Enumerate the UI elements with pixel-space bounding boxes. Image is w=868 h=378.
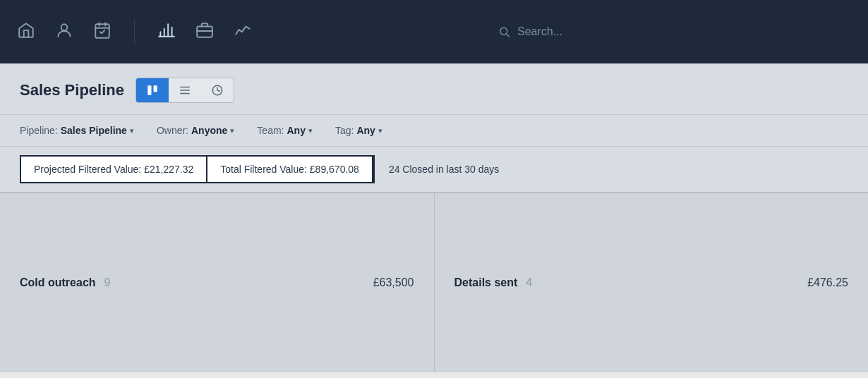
pipeline-filter-value: Sales Pipeline [61,125,127,136]
trend-icon[interactable] [234,21,252,42]
home-icon[interactable] [17,21,35,42]
svg-rect-1 [95,24,109,38]
tag-filter-value: Any [356,125,375,136]
projected-value-box: Projected Filtered Value: £21,227.32 [20,155,206,183]
person-icon[interactable] [55,21,73,42]
svg-rect-14 [147,85,151,95]
team-chevron-icon: ▾ [308,126,313,135]
view-toggle [135,78,234,103]
nav-divider [134,19,135,44]
pipeline-filter[interactable]: Pipeline: Sales Pipeline ▾ [20,125,134,136]
list-view-button[interactable] [169,78,201,102]
calendar-icon[interactable] [93,21,111,42]
search-input[interactable] [517,25,851,38]
search-bar [498,25,851,38]
details-sent-name: Details sent [454,276,518,289]
stats-bar: Projected Filtered Value: £21,227.32 Tot… [0,147,868,193]
page-title: Sales Pipeline [20,81,124,99]
search-icon [498,25,510,38]
cold-outreach-count: 9 [104,276,111,289]
briefcase-icon[interactable] [195,21,214,42]
svg-rect-10 [197,27,212,37]
closed-count-label: 24 Closed in last 30 days [375,157,513,182]
svg-point-12 [500,28,507,35]
svg-point-0 [61,24,68,30]
svg-rect-15 [153,85,157,92]
team-filter[interactable]: Team: Any ▾ [257,125,313,136]
nav-icon-group [17,19,252,44]
dashboard-icon [211,84,224,97]
sub-header: Sales Pipeline [0,63,868,115]
total-value-box: Total Filtered Value: £89,670.08 [206,155,373,183]
pipeline-column-cold-outreach: Cold outreach 9 £63,500 [0,193,435,372]
filter-bar: Pipeline: Sales Pipeline ▾ Owner: Anyone… [0,115,868,147]
total-value-label: Total Filtered Value: £89,670.08 [220,164,359,175]
team-filter-label: Team: [257,125,284,136]
cold-outreach-value: £63,500 [373,276,414,289]
cold-outreach-name: Cold outreach [20,276,96,289]
pipeline-board: Cold outreach 9 £63,500 Details sent 4 £… [0,193,868,372]
owner-filter-label: Owner: [157,125,188,136]
team-filter-value: Any [287,125,305,136]
tag-filter-label: Tag: [335,125,354,136]
projected-value-label: Projected Filtered Value: £21,227.32 [34,164,193,175]
pipeline-chevron-icon: ▾ [130,126,134,135]
owner-filter[interactable]: Owner: Anyone ▾ [157,125,234,136]
pipeline-column-details-sent: Details sent 4 £476.25 [435,193,869,372]
dashboard-view-button[interactable] [201,78,234,102]
top-navigation [0,0,868,63]
owner-filter-value: Anyone [191,125,227,136]
details-sent-value: £476.25 [807,276,848,289]
tag-filter[interactable]: Tag: Any ▾ [335,125,382,136]
tag-chevron-icon: ▾ [378,126,382,135]
pipeline-filter-label: Pipeline: [20,125,58,136]
kanban-view-button[interactable] [136,78,169,102]
chart-icon[interactable] [157,21,176,42]
kanban-icon [146,84,159,97]
list-icon [179,84,191,97]
owner-chevron-icon: ▾ [230,126,234,135]
details-sent-count: 4 [526,276,532,289]
svg-line-13 [507,34,510,37]
